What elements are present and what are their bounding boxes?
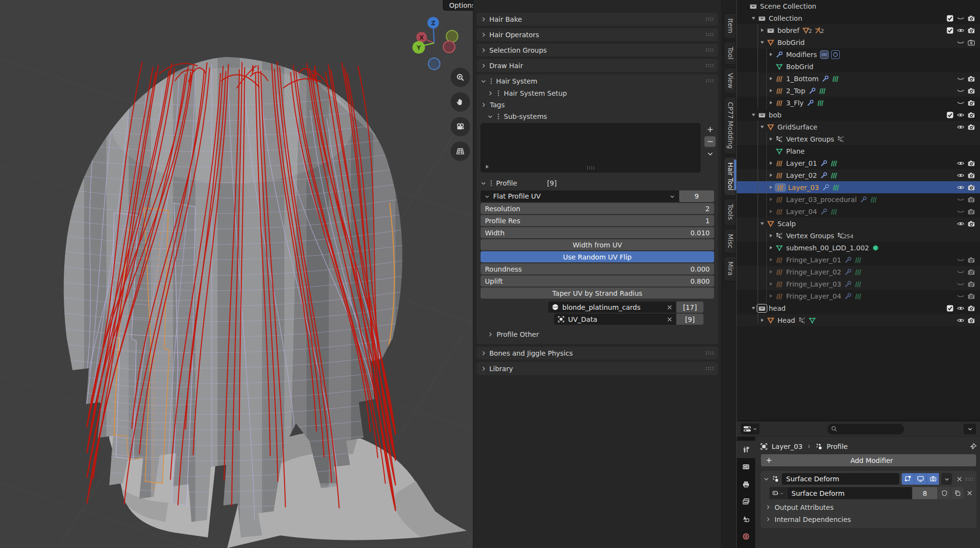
camera-icon[interactable] [967, 111, 975, 119]
checkbox-icon[interactable] [946, 27, 954, 34]
outliner-row-fringe_layer_01[interactable]: Fringe_Layer_01 [737, 254, 980, 266]
eyeclosed-icon[interactable] [957, 208, 965, 216]
properties-tab-viewlayer[interactable] [737, 493, 755, 510]
outliner-row-2_top[interactable]: 2_Top [737, 85, 980, 97]
outliner-row-layer_03[interactable]: Layer_03 [737, 181, 980, 193]
outliner-row-vertex_groups[interactable]: Vertex Groups254 [737, 230, 980, 242]
uv-field[interactable]: UV_Data [554, 314, 676, 325]
disclosure-closed-icon[interactable] [767, 270, 775, 274]
eyeopen-icon[interactable] [957, 184, 965, 191]
modifier-name-field[interactable]: Surface Deform [782, 473, 899, 485]
outliner-row-head[interactable]: Head [737, 314, 980, 326]
disclosure-closed-icon[interactable] [767, 258, 775, 262]
eyeclosed-icon[interactable] [957, 75, 965, 83]
gizmo-neg-z-axis[interactable] [428, 58, 440, 70]
disclosure-closed-icon[interactable] [767, 101, 775, 105]
grip-dots-icon[interactable] [705, 17, 714, 21]
properties-tab-scene[interactable] [737, 510, 755, 528]
camera-icon[interactable] [967, 256, 975, 264]
n-panel-scrollbar[interactable] [734, 159, 736, 190]
grip-dots-icon[interactable] [705, 366, 714, 371]
editor-type-button[interactable] [741, 423, 760, 434]
outliner-row-plane[interactable]: Plane [737, 145, 980, 157]
camera-icon[interactable] [967, 87, 975, 95]
eyeopen-icon[interactable] [957, 304, 965, 312]
node-tree-selector[interactable] [769, 487, 787, 499]
outliner-row-gridsurface[interactable]: GridSurface [737, 121, 980, 133]
disclosure-closed-icon[interactable] [767, 76, 775, 81]
disclosure-closed-icon[interactable] [767, 197, 775, 202]
outliner-row-modifiers[interactable]: Modifiers [737, 48, 980, 60]
disclosure-closed-icon[interactable] [767, 245, 775, 250]
disclosure-closed-icon[interactable] [767, 233, 775, 238]
tab-tools[interactable]: Tools [724, 199, 735, 225]
hair-system-setup-header[interactable]: Hair System Setup [483, 87, 718, 99]
camerax-icon[interactable] [967, 39, 975, 46]
profile-type-dropdown[interactable]: Flat Profile UV [481, 190, 679, 202]
grip-dots-icon[interactable] [705, 32, 714, 37]
properties-tab-output[interactable] [737, 476, 755, 493]
camera-icon[interactable] [967, 14, 975, 22]
render-display-toggle[interactable] [927, 473, 939, 485]
disclosure-closed-icon[interactable] [758, 318, 766, 322]
slider-resolution[interactable]: Resolution2 [481, 203, 714, 214]
disclosure-closed-icon[interactable] [767, 294, 775, 298]
fake-user-shield-button[interactable] [937, 487, 951, 499]
outliner-row-fringe_layer_02[interactable]: Fringe_Layer_02 [737, 266, 980, 278]
eyeclosed-icon[interactable] [957, 14, 965, 22]
disclosure-closed-icon[interactable] [758, 28, 766, 32]
disclosure-closed-icon[interactable] [767, 185, 775, 189]
camera-icon[interactable] [967, 196, 975, 203]
grip-dots-icon[interactable] [705, 351, 714, 355]
list-resize-grip-icon[interactable] [586, 166, 595, 170]
close-icon[interactable] [667, 304, 673, 310]
close-icon[interactable] [667, 317, 673, 322]
width-from-uv-button[interactable]: Width from UV [481, 239, 714, 250]
checkbox-icon[interactable] [946, 14, 954, 22]
camera-icon[interactable] [967, 99, 975, 107]
viewport-camera-button[interactable] [451, 117, 470, 136]
butterfly-physics-icon[interactable] [820, 50, 829, 59]
viewport-grid-button[interactable] [451, 142, 470, 161]
grip-dots-icon[interactable] [705, 63, 714, 68]
eyeopen-icon[interactable] [957, 317, 965, 324]
eyeopen-icon[interactable] [957, 111, 965, 119]
disclosure-open-icon[interactable] [749, 16, 757, 20]
outliner-row-layer_02[interactable]: Layer_02 [737, 169, 980, 181]
viewport-zoom-button[interactable] [451, 68, 470, 87]
properties-tab-tool[interactable] [737, 441, 755, 458]
panel-hair-operators[interactable]: Hair Operators [477, 28, 718, 41]
tab-mira[interactable]: Mira [724, 256, 735, 281]
material-field[interactable]: blonde_platinum_cards [548, 302, 676, 313]
search-input[interactable] [827, 424, 904, 434]
camera-icon[interactable] [967, 75, 975, 83]
properties-tab-render[interactable] [737, 458, 755, 476]
circle-physics-icon[interactable] [831, 50, 840, 59]
outliner-row-layer_01[interactable]: Layer_01 [737, 157, 980, 169]
panel-draw-hair[interactable]: Draw Hair [477, 59, 718, 72]
disclosure-closed-icon[interactable] [767, 88, 775, 93]
copy-icon[interactable] [951, 487, 964, 499]
eyeopen-icon[interactable] [957, 172, 965, 179]
section-internal-dependencies[interactable]: Internal Dependencies [765, 513, 974, 525]
taper-uv-button[interactable]: Taper UV by Strand Radius [481, 288, 714, 299]
tab-cp77-modding[interactable]: CP77 Modding [724, 97, 735, 154]
modifier-extras-button[interactable] [941, 473, 952, 485]
header-menu-button[interactable] [964, 424, 976, 434]
camera-icon[interactable] [967, 123, 975, 131]
camera-icon[interactable] [967, 292, 975, 300]
panel-library[interactable]: Library [477, 362, 718, 375]
add-modifier-button[interactable]: Add Modifier [761, 454, 976, 466]
outliner-row-bobgrid[interactable]: BobGrid [737, 60, 980, 72]
outliner-row-scalp[interactable]: Scalp [737, 217, 980, 230]
hair-system-header[interactable]: Hair System [477, 74, 718, 87]
camera-icon[interactable] [967, 317, 975, 324]
eyeopen-icon[interactable] [957, 123, 965, 131]
profile-other-header[interactable]: Profile Other [483, 329, 718, 344]
profile-header[interactable]: Profile [9] [477, 176, 718, 189]
disclosure-open-icon[interactable] [758, 221, 766, 226]
panel-bones-and-jiggle-physics[interactable]: Bones and Jiggle Physics [477, 346, 718, 360]
eyeclosed-icon[interactable] [957, 268, 965, 276]
outliner-row-bob[interactable]: bob [737, 109, 980, 121]
section-output-attributes[interactable]: Output Attributes [765, 501, 974, 513]
